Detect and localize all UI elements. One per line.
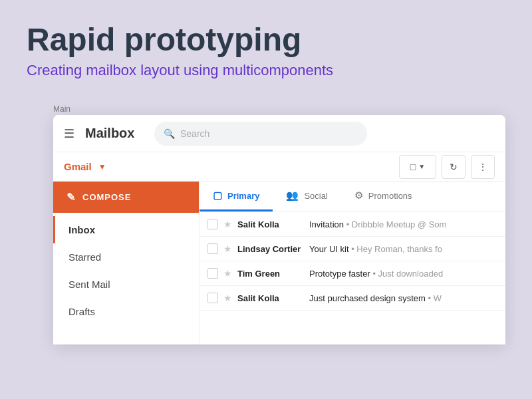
nav-item-drafts[interactable]: Drafts	[53, 298, 199, 325]
select-dropdown-icon: ▼	[418, 163, 425, 170]
mailbox-title: Mailbox	[85, 126, 138, 141]
refresh-icon: ↻	[450, 162, 458, 172]
email-preview-1: Invitation • Dribbble Meetup @ Som	[309, 219, 497, 229]
email-row[interactable]: ★ Salit Kolla Just purchased design syst…	[200, 286, 505, 311]
nav-item-inbox[interactable]: Inbox	[53, 216, 199, 243]
email-checkbox-3[interactable]	[207, 268, 218, 279]
menu-icon[interactable]: ☰	[64, 126, 74, 141]
email-panel: ▢ Primary 👥 Social ⚙ Promotions ★ Salit …	[200, 182, 505, 344]
star-icon-4[interactable]: ★	[223, 293, 232, 303]
sender-2: Lindsay Cortier	[237, 244, 304, 254]
tab-primary[interactable]: ▢ Primary	[200, 182, 273, 211]
search-input-placeholder: Search	[180, 128, 209, 139]
gmail-label[interactable]: Gmail	[64, 161, 92, 172]
more-options-btn[interactable]: ⋮	[471, 155, 495, 179]
star-icon-1[interactable]: ★	[223, 219, 232, 229]
mailbox-container: ☰ Mailbox 🔍 Search Gmail ▼ □ ▼ ↻ ⋮ ✎ COM…	[53, 115, 505, 344]
hero-section: Rapid prototyping Creating mailbox layou…	[0, 0, 532, 104]
star-icon-3[interactable]: ★	[223, 268, 232, 279]
hero-subtitle: Creating mailbox layout using multicompo…	[27, 62, 505, 79]
email-row[interactable]: ★ Lindsay Cortier Your UI kit • Hey Roma…	[200, 237, 505, 261]
sender-4: Salit Kolla	[237, 293, 304, 303]
email-row[interactable]: ★ Tim Green Prototype faster • Just down…	[200, 261, 505, 286]
refresh-btn[interactable]: ↻	[442, 155, 466, 179]
tab-social[interactable]: 👥 Social	[273, 182, 340, 211]
email-row[interactable]: ★ Salit Kolla Invitation • Dribbble Meet…	[200, 212, 505, 237]
search-bar[interactable]: 🔍 Search	[154, 122, 367, 146]
search-icon: 🔍	[164, 128, 175, 139]
content-area: ✎ COMPOSE Inbox Starred Sent Mail Drafts	[53, 182, 505, 344]
tab-social-label: Social	[304, 191, 327, 201]
nav-list: Inbox Starred Sent Mail Drafts	[53, 216, 199, 325]
primary-tab-icon: ▢	[213, 190, 222, 201]
star-icon-2[interactable]: ★	[223, 243, 232, 254]
toolbar: Gmail ▼ □ ▼ ↻ ⋮	[53, 152, 505, 182]
email-list: ★ Salit Kolla Invitation • Dribbble Meet…	[200, 212, 505, 344]
email-checkbox-4[interactable]	[207, 293, 218, 303]
gmail-dropdown-arrow[interactable]: ▼	[98, 162, 106, 172]
tabs-bar: ▢ Primary 👥 Social ⚙ Promotions	[200, 182, 505, 212]
topbar: ☰ Mailbox 🔍 Search	[53, 115, 505, 152]
tab-promotions[interactable]: ⚙ Promotions	[341, 182, 426, 211]
sender-1: Salit Kolla	[237, 219, 304, 229]
checkbox-icon: □	[410, 162, 416, 172]
nav-item-starred[interactable]: Starred	[53, 243, 199, 271]
email-preview-2: Your UI kit • Hey Roman, thanks fo	[309, 244, 497, 254]
email-checkbox-2[interactable]	[207, 243, 218, 254]
sidebar: ✎ COMPOSE Inbox Starred Sent Mail Drafts	[53, 182, 200, 344]
email-preview-4: Just purchased design system • W	[309, 293, 497, 303]
tab-promotions-label: Promotions	[368, 191, 412, 201]
compose-label: COMPOSE	[82, 192, 131, 202]
sender-3: Tim Green	[237, 269, 304, 279]
nav-item-sent[interactable]: Sent Mail	[53, 271, 199, 298]
email-checkbox-1[interactable]	[207, 219, 218, 229]
social-tab-icon: 👥	[286, 190, 299, 201]
hero-title: Rapid prototyping	[27, 21, 505, 58]
main-label: Main	[53, 104, 532, 114]
tab-primary-label: Primary	[227, 191, 259, 201]
select-checkbox-btn[interactable]: □ ▼	[399, 155, 436, 179]
promotions-tab-icon: ⚙	[354, 190, 363, 201]
compose-button[interactable]: ✎ COMPOSE	[53, 182, 199, 213]
more-icon: ⋮	[478, 162, 487, 172]
email-preview-3: Prototype faster • Just downloaded	[309, 269, 497, 279]
pencil-icon: ✎	[66, 191, 76, 203]
